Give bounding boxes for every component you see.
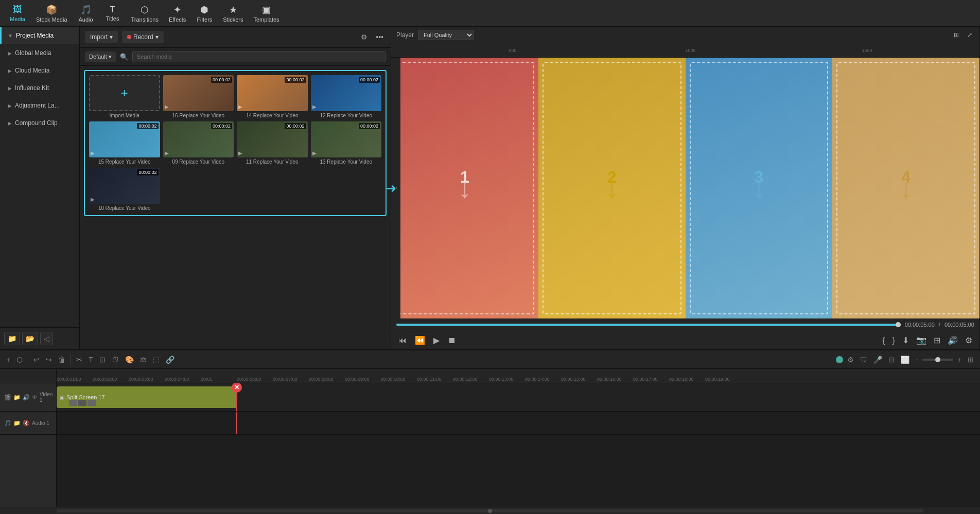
playhead-marker-x: ✕ bbox=[232, 383, 242, 393]
track-eye-btn[interactable]: 👁 bbox=[32, 394, 38, 400]
media-item-label: 16 Replace Your Video bbox=[163, 113, 234, 118]
video-icon: ▶ bbox=[238, 150, 242, 156]
media-item-label: 10 Replace Your Video bbox=[89, 205, 160, 211]
track-link-btn[interactable]: 🎬 bbox=[4, 394, 11, 401]
skip-back-btn[interactable]: ⏮ bbox=[396, 335, 409, 346]
tl-cut-btn[interactable]: ✂ bbox=[74, 355, 84, 365]
scroll-track[interactable] bbox=[57, 509, 923, 512]
filter-icon-btn[interactable]: ⚙ bbox=[359, 32, 370, 42]
tl-color-btn[interactable]: 🎨 bbox=[123, 355, 136, 365]
tl-minus-zoom-btn[interactable]: - bbox=[914, 355, 920, 365]
tl-add-track-btn[interactable]: + bbox=[4, 355, 12, 365]
tl-green-indicator[interactable] bbox=[836, 356, 843, 363]
track-audio-link-btn[interactable]: 🎵 bbox=[4, 420, 11, 427]
tl-text-btn[interactable]: T bbox=[86, 355, 95, 365]
duration-badge: 00:00:02 bbox=[359, 123, 380, 129]
import-media-btn[interactable]: + bbox=[89, 75, 160, 111]
track-volume-btn[interactable]: 🔊 bbox=[23, 394, 30, 401]
tl-speed-btn[interactable]: ⏱ bbox=[110, 355, 121, 365]
timeline-clip[interactable]: ▣ Split Screen 17 bbox=[57, 386, 237, 408]
sidebar-influence-kit-label: Influence Kit bbox=[15, 84, 49, 92]
duration-badge: 00:00:02 bbox=[211, 77, 232, 83]
tl-shield-btn[interactable]: 🛡 bbox=[858, 355, 869, 365]
tl-crop-btn[interactable]: ⊡ bbox=[97, 355, 108, 365]
list-item[interactable]: 00:00:02 ▶ 11 Replace Your Video bbox=[237, 121, 308, 165]
list-item[interactable]: 00:00:02 ▶ 10 Replace Your Video bbox=[89, 168, 160, 211]
track-folder-btn[interactable]: 📁 bbox=[13, 394, 21, 401]
media-item-label: 14 Replace Your Video bbox=[237, 113, 308, 118]
tl-multi-btn[interactable]: ⬚ bbox=[151, 355, 162, 365]
arrow-icon: ▶ bbox=[8, 68, 12, 74]
progress-separator: / bbox=[939, 322, 940, 328]
scroll-handle[interactable] bbox=[488, 509, 492, 513]
list-item[interactable]: 00:00:02 ▶ 15 Replace Your Video bbox=[89, 121, 160, 165]
import-button[interactable]: Import ▾ bbox=[85, 31, 118, 43]
mark-out-btn[interactable]: } bbox=[890, 335, 897, 346]
step-back-btn[interactable]: ⏪ bbox=[413, 334, 427, 346]
search-input[interactable] bbox=[132, 51, 386, 62]
import-folder-btn[interactable]: 📂 bbox=[22, 332, 38, 345]
record-button[interactable]: Record ▾ bbox=[122, 31, 164, 43]
list-item[interactable]: 00:00:02 ▶ 14 Replace Your Video bbox=[237, 75, 308, 118]
toolbar-stickers-label: Stickers bbox=[223, 16, 243, 23]
list-item[interactable]: 00:00:02 ▶ 13 Replace Your Video bbox=[311, 121, 382, 165]
sidebar-item-influence-kit[interactable]: ▶ Influence Kit bbox=[0, 79, 79, 97]
tl-select-btn[interactable]: ⬡ bbox=[14, 355, 25, 365]
settings-btn[interactable]: ⚙ bbox=[963, 334, 974, 346]
collapse-btn[interactable]: ◁ bbox=[40, 332, 53, 345]
toolbar-audio[interactable]: 🎵 Audio bbox=[73, 2, 99, 25]
snapshot-btn[interactable]: 📷 bbox=[914, 334, 929, 346]
split-screen-btn[interactable]: ⊞ bbox=[932, 334, 942, 346]
tl-caption-btn[interactable]: ⬜ bbox=[899, 355, 912, 365]
sidebar-item-global-media[interactable]: ▶ Global Media bbox=[0, 44, 79, 62]
media-thumb-12: 00:00:02 ▶ bbox=[311, 75, 382, 111]
toolbar-media[interactable]: 🖼 Media bbox=[4, 2, 31, 24]
tl-audio-btn[interactable]: ⚖ bbox=[138, 355, 149, 365]
toolbar-stickers[interactable]: ★ Stickers bbox=[218, 2, 248, 25]
tl-settings-btn[interactable]: ⚙ bbox=[845, 355, 856, 365]
track-audio-folder-btn[interactable]: 📁 bbox=[13, 420, 21, 427]
play-btn[interactable]: ▶ bbox=[431, 334, 442, 346]
new-folder-btn[interactable]: 📁 bbox=[4, 332, 20, 345]
ruler-marker: 00:00:11:00 bbox=[417, 377, 442, 382]
toolbar-filters[interactable]: ⬢ Filters bbox=[191, 2, 218, 25]
progress-track[interactable] bbox=[396, 324, 901, 326]
layout-icon-btn[interactable]: ⊞ bbox=[952, 30, 961, 40]
zoom-slider-handle[interactable] bbox=[935, 357, 940, 362]
toolbar-filters-label: Filters bbox=[197, 16, 212, 23]
sidebar-item-compound-clip[interactable]: ▶ Compound Clip bbox=[0, 114, 79, 132]
tl-undo-btn[interactable]: ↩ bbox=[31, 355, 42, 365]
toolbar-transitions[interactable]: ⬡ Transitions bbox=[126, 2, 164, 25]
audio-track-name: Audio 1 bbox=[32, 420, 49, 426]
tl-mic-btn[interactable]: 🎤 bbox=[871, 355, 884, 365]
sidebar-item-adjustment-layer[interactable]: ▶ Adjustment La... bbox=[0, 97, 79, 114]
sidebar-item-cloud-media[interactable]: ▶ Cloud Media bbox=[0, 62, 79, 79]
filter-label: Default bbox=[89, 54, 107, 60]
toolbar-effects[interactable]: ✦ Effects bbox=[164, 2, 191, 25]
track-audio-mute-btn[interactable]: 🔇 bbox=[23, 420, 30, 427]
import-media-item[interactable]: + Import Media bbox=[89, 75, 160, 118]
insert-btn[interactable]: ⬇ bbox=[900, 334, 911, 346]
tl-grid-btn[interactable]: ⊞ bbox=[966, 355, 976, 365]
list-item[interactable]: 00:00:02 ▶ 09 Replace Your Video bbox=[163, 121, 234, 165]
stop-btn[interactable]: ⏹ bbox=[446, 335, 458, 346]
tl-plus-zoom-btn[interactable]: + bbox=[955, 355, 964, 365]
toolbar-titles[interactable]: T Titles bbox=[99, 3, 126, 24]
tl-chain-btn[interactable]: 🔗 bbox=[164, 355, 177, 365]
tl-delete-btn[interactable]: 🗑 bbox=[56, 355, 67, 365]
mark-in-btn[interactable]: { bbox=[880, 335, 887, 346]
sidebar-item-project-media[interactable]: ▼ Project Media bbox=[0, 27, 79, 44]
fullscreen-btn[interactable]: ⤢ bbox=[965, 30, 974, 40]
tl-subtitle-btn[interactable]: ⊟ bbox=[886, 355, 897, 365]
list-item[interactable]: 00:00:02 ▶ 12 Replace Your Video bbox=[311, 75, 382, 118]
tl-redo-btn[interactable]: ↪ bbox=[44, 355, 54, 365]
list-item[interactable]: 00:00:02 ▶ 16 Replace Your Video bbox=[163, 75, 234, 118]
filter-default-btn[interactable]: Default ▾ bbox=[85, 51, 116, 62]
more-options-btn[interactable]: ••• bbox=[374, 32, 386, 42]
quality-select[interactable]: Full Quality Half Quality Quarter Qualit… bbox=[418, 30, 474, 40]
toolbar-stock-media[interactable]: 📦 Stock Media bbox=[31, 2, 73, 25]
volume-btn[interactable]: 🔊 bbox=[946, 334, 960, 346]
progress-handle[interactable] bbox=[896, 322, 901, 327]
progress-fill bbox=[396, 324, 901, 326]
toolbar-templates[interactable]: ▣ Templates bbox=[248, 2, 284, 25]
